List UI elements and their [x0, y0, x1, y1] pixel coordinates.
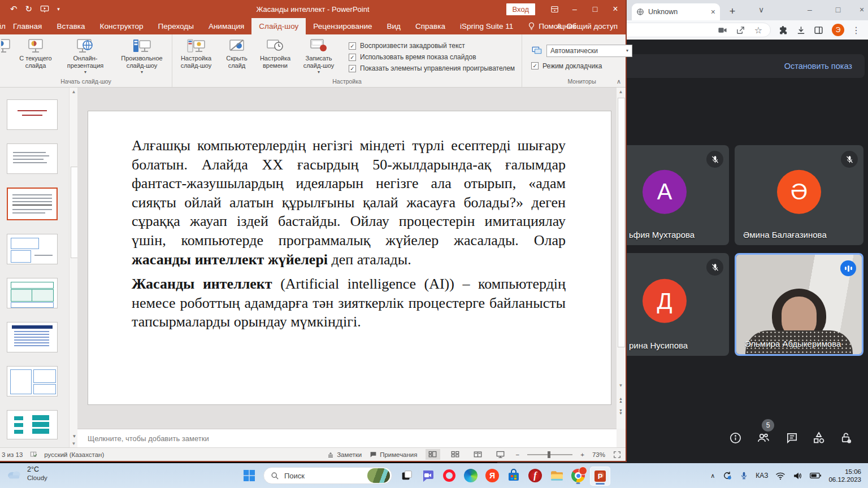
- comments-toggle-button[interactable]: Примечания: [370, 451, 417, 458]
- minimize-button[interactable]: –: [565, 0, 585, 18]
- play-narrations-checkbox[interactable]: ✓ Воспроизвести закадровый текст: [349, 42, 515, 50]
- monitor-select[interactable]: Автоматически ▾: [546, 45, 632, 57]
- clock[interactable]: 15:06 06.12.2023: [828, 468, 861, 483]
- tab-search-icon[interactable]: ∨: [752, 2, 771, 17]
- flash-player-icon[interactable]: f: [526, 467, 545, 485]
- redo-icon[interactable]: ↻: [25, 4, 33, 14]
- from-current-slide-button[interactable]: С текущего слайда: [14, 37, 58, 77]
- search-box[interactable]: Поиск: [263, 467, 392, 484]
- next-slide-button[interactable]: ▼▼: [617, 407, 625, 416]
- bookmark-star-icon[interactable]: ☆: [753, 25, 763, 35]
- tab-close-icon[interactable]: ×: [711, 7, 715, 16]
- spellcheck-icon[interactable]: [29, 451, 37, 459]
- undo-icon[interactable]: ↶: [10, 4, 18, 14]
- chat-app-icon[interactable]: [418, 467, 437, 485]
- host-controls-icon[interactable]: [839, 430, 853, 445]
- scroll-down-icon[interactable]: ▼: [70, 439, 78, 448]
- onedrive-sync-icon[interactable]: [722, 470, 732, 481]
- zoom-level[interactable]: 73%: [592, 451, 605, 458]
- slide-thumbnail-2[interactable]: [7, 143, 58, 174]
- powerpoint-taskbar-icon-active[interactable]: P: [590, 467, 610, 486]
- stop-presenting-button[interactable]: Остановить показ: [784, 62, 852, 71]
- browser-close-button[interactable]: ×: [852, 2, 868, 17]
- slideshow-view-button[interactable]: [493, 449, 508, 460]
- browser-menu-icon[interactable]: ⋮: [851, 25, 861, 35]
- maximize-button[interactable]: □: [585, 0, 605, 18]
- opera-browser-icon[interactable]: [440, 467, 459, 485]
- chrome-browser-icon[interactable]: [568, 467, 588, 485]
- thumbnail-scrollbar[interactable]: ▲ ▼: [69, 88, 78, 448]
- search-highlight-image[interactable]: [367, 468, 390, 483]
- slide-thumbnail-6[interactable]: [7, 322, 58, 352]
- tab-view[interactable]: Вид: [380, 18, 408, 34]
- yandex-browser-icon[interactable]: Я: [483, 467, 502, 485]
- slide-sorter-view-button[interactable]: [448, 449, 463, 460]
- tab-home[interactable]: Главная: [6, 18, 49, 34]
- scroll-up-icon[interactable]: ▲: [70, 88, 78, 96]
- hide-slide-button[interactable]: Скрыть слайд: [219, 37, 255, 77]
- scroll-up-icon[interactable]: ▲: [617, 88, 625, 96]
- slide-thumbnail-8[interactable]: [7, 410, 58, 439]
- tab-insert[interactable]: Вставка: [49, 18, 92, 34]
- previous-slide-button[interactable]: ▲▲: [617, 395, 625, 404]
- notes-pane[interactable]: Щелкните, чтобы добавить заметки: [77, 429, 617, 448]
- collapse-ribbon-icon[interactable]: ∧: [617, 78, 621, 85]
- tab-transitions[interactable]: Переходы: [151, 18, 201, 34]
- ribbon-display-options-icon[interactable]: [544, 0, 565, 18]
- share-icon[interactable]: [735, 25, 745, 35]
- fit-slide-to-window-icon[interactable]: [613, 451, 621, 459]
- participants-panel-icon[interactable]: 5: [756, 430, 771, 445]
- weather-widget[interactable]: 2°C Cloudy: [6, 465, 47, 482]
- signin-button[interactable]: Вход: [506, 3, 535, 15]
- setup-slideshow-button[interactable]: Настройка слайд-шоу: [173, 37, 219, 77]
- scroll-down-icon[interactable]: ▼: [617, 381, 625, 390]
- tab-slideshow[interactable]: Слайд-шоу: [251, 18, 306, 34]
- new-tab-button[interactable]: +: [726, 6, 739, 18]
- rehearse-timings-button[interactable]: Настройка времени: [255, 37, 296, 77]
- custom-slideshow-button[interactable]: Произвольное слайд-шоу ▾: [113, 37, 171, 77]
- use-timings-checkbox[interactable]: ✓ Использовать время показа слайдов: [349, 53, 515, 61]
- tab-animations[interactable]: Анимация: [201, 18, 251, 34]
- task-view-button[interactable]: [397, 467, 416, 485]
- notes-collapse-icon[interactable]: ▼: [70, 432, 79, 441]
- start-button[interactable]: [240, 467, 259, 485]
- zoom-out-button[interactable]: −: [516, 451, 520, 458]
- tab-file[interactable]: Файл: [0, 18, 6, 34]
- tab-review[interactable]: Рецензирование: [306, 18, 379, 34]
- share-button[interactable]: Общий доступ: [555, 18, 618, 34]
- language-status[interactable]: русский (Казахстан): [44, 451, 104, 458]
- camera-tab-icon[interactable]: [717, 25, 727, 35]
- zoom-slider-thumb[interactable]: [548, 451, 550, 458]
- tab-ispring[interactable]: iSpring Suite 11: [453, 18, 520, 34]
- zoom-slider[interactable]: [527, 454, 572, 455]
- show-media-controls-checkbox[interactable]: ✓ Показать элементы управления проигрыва…: [349, 64, 515, 72]
- zoom-in-button[interactable]: +: [580, 451, 584, 458]
- battery-icon[interactable]: [810, 472, 821, 479]
- presenter-view-checkbox[interactable]: ✓ Режим докладчика: [531, 62, 632, 70]
- slide-thumbnail-4[interactable]: [7, 234, 58, 264]
- slide-canvas[interactable]: Алғашқы компьютерлердің негізгі міндеті …: [88, 111, 611, 405]
- slide-thumbnail-5[interactable]: [7, 278, 58, 308]
- from-beginning-button[interactable]: [1, 37, 14, 77]
- tray-overflow-icon[interactable]: ∧: [710, 472, 715, 480]
- microsoft-store-icon[interactable]: [504, 467, 523, 485]
- chat-panel-icon[interactable]: [784, 430, 799, 445]
- tab-design[interactable]: Конструктор: [93, 18, 151, 34]
- edge-browser-icon[interactable]: [461, 467, 480, 485]
- keyboard-language[interactable]: КАЗ: [756, 472, 768, 480]
- extensions-icon[interactable]: [778, 25, 788, 35]
- wifi-icon[interactable]: [775, 472, 785, 480]
- notes-toggle-button[interactable]: Заметки: [327, 451, 362, 458]
- meeting-details-icon[interactable]: [728, 430, 743, 445]
- online-presentation-button[interactable]: Онлайн-презентация ▾: [58, 37, 113, 77]
- qat-customize-icon[interactable]: ▾: [57, 6, 60, 12]
- browser-tab[interactable]: Unknown ×: [632, 3, 720, 20]
- side-panel-icon[interactable]: [813, 25, 823, 35]
- browser-maximize-button[interactable]: □: [828, 2, 848, 17]
- reading-view-button[interactable]: [471, 449, 485, 460]
- microphone-active-icon[interactable]: [740, 471, 748, 480]
- volume-icon[interactable]: [793, 472, 802, 480]
- profile-avatar[interactable]: Э: [832, 24, 844, 36]
- tab-help[interactable]: Справка: [408, 18, 453, 34]
- participant-tile[interactable]: Ә Әмина Балағазинова: [735, 145, 863, 245]
